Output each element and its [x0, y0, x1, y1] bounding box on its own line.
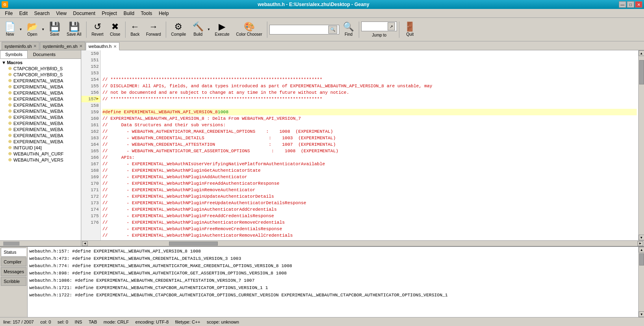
sidebar-item[interactable]: ⊕INITGUID [44] — [1, 145, 80, 151]
open-dropdown-arrow[interactable]: ▼ — [41, 19, 46, 40]
tab-close[interactable]: ✕ — [33, 44, 37, 48]
code-line: // - EXPERIMENTAL_WebAuthNPluginFreeRemo… — [102, 226, 637, 232]
new-button[interactable]: 📄 New — [2, 19, 18, 40]
line-number: 150 — [81, 50, 100, 57]
window-controls: — □ ✕ — [619, 1, 642, 8]
bottom-vscroll-track[interactable] — [639, 253, 644, 311]
vscroll-up[interactable]: ▲ — [639, 50, 644, 56]
back-button[interactable]: ← Back — [128, 19, 142, 40]
editor-hscroll[interactable]: ◄ ► — [81, 240, 644, 246]
menu-item-help[interactable]: Help — [156, 10, 172, 17]
sidebar-item-label: EXPERIMENTAL_WEBA — [13, 84, 63, 89]
sidebar-item[interactable]: ⊕EXPERIMENTAL_WEBA — [1, 102, 80, 108]
tab-close[interactable]: ✕ — [79, 44, 82, 48]
maximize-button[interactable]: □ — [627, 1, 634, 8]
sidebar-item[interactable]: ⊕EXPERIMENTAL_WEBA — [1, 84, 80, 90]
sidebar-item[interactable]: ⊕EXPERIMENTAL_WEBA — [1, 78, 80, 84]
sidebar-item[interactable]: ⊕WEBAUTHN_API_VERS — [1, 157, 80, 163]
hscroll-right[interactable]: ► — [637, 241, 643, 246]
sidebar-item[interactable]: ⊕EXPERIMENTAL_WEBA — [1, 138, 80, 145]
hscroll-thumb[interactable] — [169, 242, 218, 246]
bottom-line: webauthn.h:473: #define EXPERIMENTAL_WEB… — [29, 255, 637, 262]
bottom-vscroll-down[interactable]: ▼ — [639, 311, 644, 317]
sidebar-hscroll-thumb[interactable] — [3, 242, 20, 246]
find-button[interactable]: 🔍 Find — [340, 19, 357, 40]
line-number: 170 — [81, 180, 100, 187]
build-label: Build — [193, 32, 202, 37]
new-dropdown-arrow[interactable]: ▼ — [18, 19, 23, 40]
tab-systeminfo_en-sh[interactable]: systeminfo_en.sh✕ — [40, 42, 85, 50]
menu-item-document[interactable]: Document — [70, 10, 99, 17]
sidebar-item[interactable]: ⊕EXPERIMENTAL_WEBA — [1, 132, 80, 138]
menu-item-file[interactable]: File — [2, 10, 16, 17]
sidebar-item[interactable]: ⊕CTAPCBOR_HYBRID_S — [1, 71, 80, 78]
build-button[interactable]: 🔨 Build — [190, 19, 206, 40]
close-doc-button[interactable]: ✖ Close — [107, 19, 124, 40]
sidebar-item[interactable]: ⊕EXPERIMENTAL_WEBA — [1, 126, 80, 132]
bottom-vscroll-up[interactable]: ▲ — [639, 247, 644, 253]
menu-item-view[interactable]: View — [53, 10, 70, 17]
sidebar-item[interactable]: ⊕EXPERIMENTAL_WEBA — [1, 108, 80, 114]
tab-webauthn-h[interactable]: webauthn.h✕ — [86, 42, 119, 50]
color-chooser-icon: 🎨 — [244, 22, 255, 31]
menu-item-tools[interactable]: Tools — [138, 10, 156, 17]
bottom-content: webauthn.h:157: #define EXPERIMENTAL_WEB… — [28, 247, 638, 317]
save-button[interactable]: 💾 Save — [46, 19, 63, 40]
vscroll-track[interactable] — [639, 56, 644, 235]
save-all-button[interactable]: 💾 Save All — [64, 19, 84, 40]
sidebar-item[interactable]: ⊕EXPERIMENTAL_WEBA — [1, 90, 80, 96]
search-go-button[interactable]: 🔍 — [328, 26, 337, 34]
vscroll-thumb[interactable] — [639, 60, 644, 84]
new-label: New — [6, 32, 14, 37]
tab-close[interactable]: ✕ — [113, 44, 117, 49]
line-number: 158 — [81, 102, 100, 109]
search-input[interactable] — [271, 27, 328, 32]
line-number: 172 — [81, 193, 100, 200]
color-chooser-button[interactable]: 🎨 Color Chooser — [233, 19, 265, 40]
bottom-tab-compiler[interactable]: Compiler — [1, 257, 26, 266]
sidebar-item[interactable]: ⊕EXPERIMENTAL_WEBA — [1, 114, 80, 120]
sidebar-tab-documents[interactable]: Documents — [28, 50, 61, 58]
window-title: webauthn.h - E:\Users\alex.zhu\Desktop -… — [8, 2, 619, 7]
jump-to-go-button[interactable]: ↗ — [388, 22, 395, 30]
line-numbers: 150151152153154155156157 ►15815916016116… — [81, 50, 101, 240]
jump-to-input[interactable] — [363, 24, 388, 29]
build-dropdown-arrow[interactable]: ▼ — [206, 19, 211, 40]
sidebar-item-icon: ⊕ — [8, 151, 12, 156]
bottom-tab-status[interactable]: Status — [1, 248, 26, 257]
bottom-tab-messages[interactable]: Messages — [1, 267, 26, 276]
sidebar-item[interactable]: ⊕WEBAUTHN_API_CURF — [1, 151, 80, 157]
execute-button[interactable]: ▶ Execute — [212, 19, 232, 40]
sidebar-item[interactable]: ⊕EXPERIMENTAL_WEBA — [1, 120, 80, 126]
toolbar-sep-6 — [399, 22, 399, 38]
hscroll-track[interactable] — [88, 242, 637, 246]
menu-item-search[interactable]: Search — [31, 10, 53, 17]
tab-systeminfo-sh[interactable]: systeminfo.sh✕ — [2, 42, 39, 50]
menu-bar: FileEditSearchViewDocumentProjectBuildTo… — [0, 9, 644, 18]
sidebar-item[interactable]: ⊕CTAPCBOR_HYBRID_S — [1, 65, 80, 71]
code-content[interactable]: // *************************************… — [101, 50, 638, 240]
sidebar-hscroll[interactable] — [0, 240, 81, 246]
sidebar-tab-symbols[interactable]: Symbols — [0, 50, 28, 58]
bottom-vscroll-thumb[interactable] — [639, 253, 644, 266]
sidebar-item-icon: ⊕ — [8, 96, 12, 101]
minimize-button[interactable]: — — [619, 1, 626, 8]
close-button[interactable]: ✕ — [635, 1, 642, 8]
forward-button[interactable]: → Forward — [143, 19, 164, 40]
compile-button[interactable]: ⚙ Compile — [168, 19, 189, 40]
menu-item-project[interactable]: Project — [99, 10, 120, 17]
line-number: 176 — [81, 219, 100, 226]
open-button[interactable]: 📂 Open — [24, 19, 41, 40]
sidebar-item[interactable]: ⊕EXPERIMENTAL_WEBA — [1, 96, 80, 102]
new-btn-group: 📄 New ▼ — [2, 19, 23, 40]
editor-area: 150151152153154155156157 ►15815916016116… — [81, 50, 644, 246]
sidebar-group-macros[interactable]: ▼ Macros — [1, 60, 80, 65]
bottom-tab-scribble[interactable]: Scribble — [1, 277, 26, 286]
quit-button[interactable]: 🚪 Quit — [401, 19, 418, 40]
revert-button[interactable]: ↺ Revert — [89, 19, 106, 40]
menu-item-build[interactable]: Build — [120, 10, 138, 17]
hscroll-left[interactable]: ◄ — [82, 241, 88, 246]
vscroll-down[interactable]: ▼ — [639, 235, 644, 240]
sidebar-group-label: Macros — [7, 60, 23, 65]
menu-item-edit[interactable]: Edit — [16, 10, 31, 17]
